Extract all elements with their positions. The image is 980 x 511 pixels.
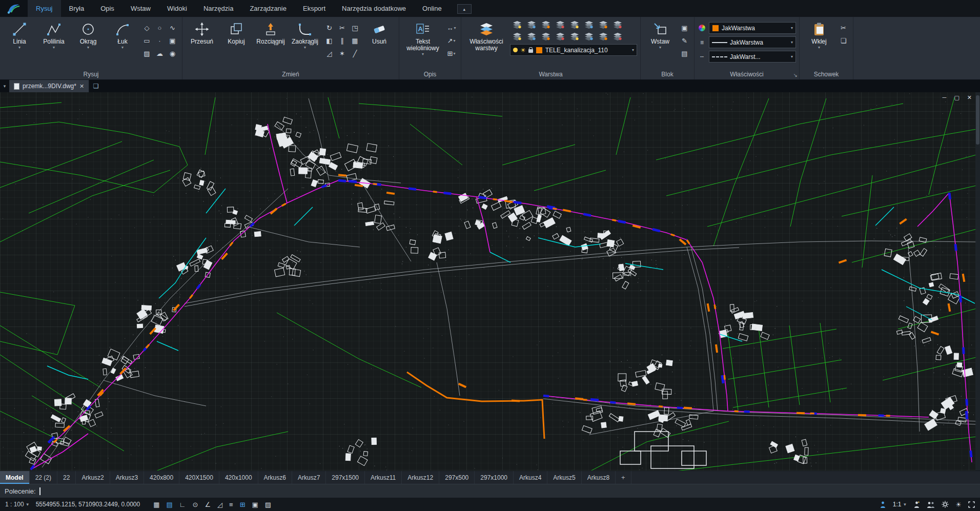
menu-tab-rysuj[interactable]: Rysuj xyxy=(28,0,61,17)
hatch-display-toggle-icon[interactable]: ▨ xyxy=(265,501,271,508)
menu-tab-widoki[interactable]: Widoki xyxy=(159,0,195,17)
layout-tab-297x1000[interactable]: 297x1000 xyxy=(475,471,514,484)
menu-tab-wstaw[interactable]: Wstaw xyxy=(122,0,159,17)
layer-off-icon[interactable] xyxy=(524,19,539,31)
revision-cloud-icon[interactable]: ☁ xyxy=(153,47,166,60)
properties-dialog-launcher[interactable]: ↘ xyxy=(793,73,798,78)
layout-tab-297x1500[interactable]: 297x1500 xyxy=(326,471,365,484)
layer-prev-icon[interactable] xyxy=(510,31,524,43)
fillet-button[interactable]: Zaokrąglij ▾ xyxy=(289,19,321,51)
drawing-canvas[interactable]: ─ ▢ ✕ xyxy=(0,92,980,471)
mtext-button[interactable]: A Tekst wieloliniowy ▾ xyxy=(402,19,443,57)
command-line[interactable]: Polecenie: xyxy=(0,484,980,498)
layer-isolate-icon[interactable] xyxy=(539,31,553,43)
layer-state-icon[interactable] xyxy=(524,31,539,43)
donut-icon[interactable]: ◉ xyxy=(166,47,179,60)
layout-tab-420x1000[interactable]: 420x1000 xyxy=(219,471,258,484)
rotate-icon[interactable]: ↻ xyxy=(323,22,336,34)
lineweight-toggle-icon[interactable]: ≡ xyxy=(229,501,233,508)
rectangle-icon[interactable]: ▭ xyxy=(140,34,153,47)
layout-tab-model[interactable]: Model xyxy=(0,471,30,484)
layer-combobox[interactable]: ☀ TELE_kanalizacja_110 ▾ xyxy=(510,44,637,56)
linetype-combobox[interactable]: JakWarst... ▾ xyxy=(709,51,796,63)
grid-toggle-icon[interactable]: ▤ xyxy=(166,501,172,508)
edit-block-icon[interactable]: ✎ xyxy=(678,34,691,47)
layer-merge-icon[interactable] xyxy=(596,31,610,43)
menu-tab-eksport[interactable]: Eksport xyxy=(295,0,334,17)
layer-current-icon[interactable] xyxy=(596,19,610,31)
brightness-icon[interactable]: ☀ xyxy=(955,501,962,508)
polyline-button[interactable]: Polilinia ▾ xyxy=(37,19,70,51)
etrack-toggle-icon[interactable]: ◿ xyxy=(217,501,222,508)
menu-tab-online[interactable]: Online xyxy=(414,0,450,17)
restore-doc-icon[interactable]: ▢ xyxy=(954,94,959,101)
document-tab[interactable]: przemk...9DIV.dwg* ✕ xyxy=(9,80,89,92)
layout-tab-arkusz12[interactable]: Arkusz12 xyxy=(402,471,439,484)
cut-icon[interactable]: ✂ xyxy=(837,22,850,34)
layer-unlock-icon[interactable] xyxy=(582,19,596,31)
clean-screen-icon[interactable] xyxy=(968,501,975,508)
minimize-doc-icon[interactable]: ─ xyxy=(943,94,947,101)
auto-annotation-icon[interactable] xyxy=(913,501,920,508)
document-tab-close-icon[interactable]: ✕ xyxy=(79,83,84,90)
move-button[interactable]: Przesuń xyxy=(186,19,218,46)
ellipse-icon[interactable]: ○ xyxy=(153,22,166,34)
paste-button[interactable]: Wklej ▾ xyxy=(803,19,835,51)
layer-match-icon[interactable] xyxy=(610,19,625,31)
copy-icon[interactable]: ❏ xyxy=(837,34,850,47)
color-combobox[interactable]: JakWarstwa ▾ xyxy=(709,22,796,34)
hatch-icon[interactable]: ▨ xyxy=(140,47,153,60)
table-icon[interactable]: ⊞▾ xyxy=(445,47,458,60)
layout-tab-arkusz4[interactable]: Arkusz4 xyxy=(514,471,547,484)
menu-tab-zarządzanie[interactable]: Zarządzanie xyxy=(241,0,295,17)
layout-tab-420x800[interactable]: 420x800 xyxy=(144,471,179,484)
add-layout-button[interactable]: + xyxy=(616,471,631,484)
menu-tab-bryła[interactable]: Bryła xyxy=(61,0,93,17)
esnap-toggle-icon[interactable]: ∠ xyxy=(205,501,211,508)
dimension-icon[interactable]: ↔▾ xyxy=(445,22,458,34)
insert-block-button[interactable]: Wstaw ▾ xyxy=(644,19,677,51)
close-doc-icon[interactable]: ✕ xyxy=(967,94,972,101)
layer-lock-icon[interactable] xyxy=(567,19,582,31)
collaboration-icon[interactable] xyxy=(927,501,935,508)
menu-tab-narzędzia[interactable]: Narzędzia xyxy=(195,0,242,17)
layout-tab-arkusz7[interactable]: Arkusz7 xyxy=(292,471,326,484)
menu-tab-narzędzia-dodatkowe[interactable]: Narzędzia dodatkowe xyxy=(334,0,414,17)
layer-on-icon[interactable] xyxy=(510,19,524,31)
leader-icon[interactable]: ↗▾ xyxy=(445,34,458,47)
layout-tab-arkusz8[interactable]: Arkusz8 xyxy=(582,471,616,484)
annotation-toggle-toggle-icon[interactable]: ▣ xyxy=(252,501,258,508)
polygon-icon[interactable]: ◇ xyxy=(140,22,153,34)
array-icon[interactable]: ▦ xyxy=(349,34,361,47)
lineweight-combobox[interactable]: JakWarstwa ▾ xyxy=(709,36,796,48)
annotation-visibility-icon[interactable] xyxy=(880,501,886,508)
layout-tab-22[interactable]: 22 xyxy=(57,471,76,484)
layer-unisolate-icon[interactable] xyxy=(553,31,567,43)
settings-gear-icon[interactable] xyxy=(942,501,949,508)
mirror-icon[interactable]: ◧ xyxy=(323,34,336,47)
layer-copy-icon[interactable] xyxy=(567,31,582,43)
block-attribute-icon[interactable]: ▤ xyxy=(678,47,691,60)
line-button[interactable]: Linia ▾ xyxy=(3,19,36,51)
ribbon-collapse-button[interactable]: ▴ xyxy=(457,4,472,14)
layer-freeze-icon[interactable] xyxy=(539,19,553,31)
vertical-scrollbar[interactable] xyxy=(975,92,980,471)
snap-toggle-icon[interactable]: ▦ xyxy=(153,501,159,508)
annotation-scale-control[interactable]: 1:1 ▼ xyxy=(893,501,907,508)
layer-delete-icon[interactable] xyxy=(610,31,625,43)
ortho-toggle-icon[interactable]: ∟ xyxy=(179,501,186,508)
make-block-icon[interactable]: ▣ xyxy=(678,22,691,34)
trim-icon[interactable]: ✂ xyxy=(336,22,349,34)
point-icon[interactable]: · xyxy=(153,34,166,47)
layout-tab-297x500[interactable]: 297x500 xyxy=(439,471,475,484)
break-icon[interactable]: ╱ xyxy=(349,47,361,60)
view-scale-control[interactable]: 1 : 100 ▼ xyxy=(5,501,30,508)
erase-button[interactable]: Usuń xyxy=(363,19,396,46)
spline-icon[interactable]: ∿ xyxy=(166,22,179,34)
layout-tab-arkusz6[interactable]: Arkusz6 xyxy=(258,471,292,484)
layout-tab-arkusz3[interactable]: Arkusz3 xyxy=(110,471,144,484)
layer-properties-button[interactable]: Właściwości warstwy xyxy=(464,19,508,53)
layout-tab-22-2-[interactable]: 22 (2) xyxy=(30,471,57,484)
layer-walk-icon[interactable] xyxy=(582,31,596,43)
chamfer-icon[interactable]: ◿ xyxy=(323,47,336,60)
